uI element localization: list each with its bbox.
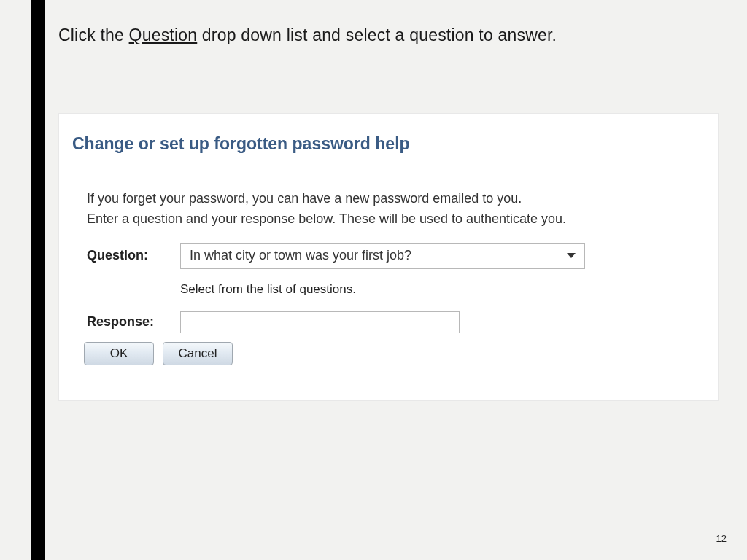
question-dropdown[interactable]: In what city or town was your first job? bbox=[180, 243, 585, 269]
password-help-panel: Change or set up forgotten password help… bbox=[58, 113, 719, 401]
instruction-prefix: Click the bbox=[58, 26, 129, 44]
panel-body: If you forget your password, you can hav… bbox=[72, 189, 705, 365]
info-line-1: If you forget your password, you can hav… bbox=[87, 189, 705, 209]
chevron-down-icon bbox=[567, 253, 576, 258]
ok-button[interactable]: OK bbox=[84, 342, 154, 365]
info-line-2: Enter a question and your response below… bbox=[87, 209, 705, 230]
instruction-underlined: Question bbox=[129, 26, 198, 44]
response-label: Response: bbox=[87, 314, 180, 330]
question-dropdown-value: In what city or town was your first job? bbox=[190, 248, 411, 263]
instruction-text: Click the Question drop down list and se… bbox=[58, 26, 557, 45]
panel-title: Change or set up forgotten password help bbox=[72, 134, 705, 154]
cancel-button[interactable]: Cancel bbox=[163, 342, 233, 365]
instruction-suffix: drop down list and select a question to … bbox=[197, 26, 557, 44]
response-input[interactable] bbox=[180, 311, 460, 333]
question-row: Question: In what city or town was your … bbox=[87, 243, 705, 269]
sidebar-divider bbox=[31, 0, 45, 560]
button-row: OK Cancel bbox=[84, 342, 705, 365]
question-label: Question: bbox=[87, 248, 180, 263]
page-number: 12 bbox=[716, 533, 727, 544]
response-row: Response: bbox=[87, 311, 705, 333]
question-helper-text: Select from the list of questions. bbox=[180, 282, 705, 297]
